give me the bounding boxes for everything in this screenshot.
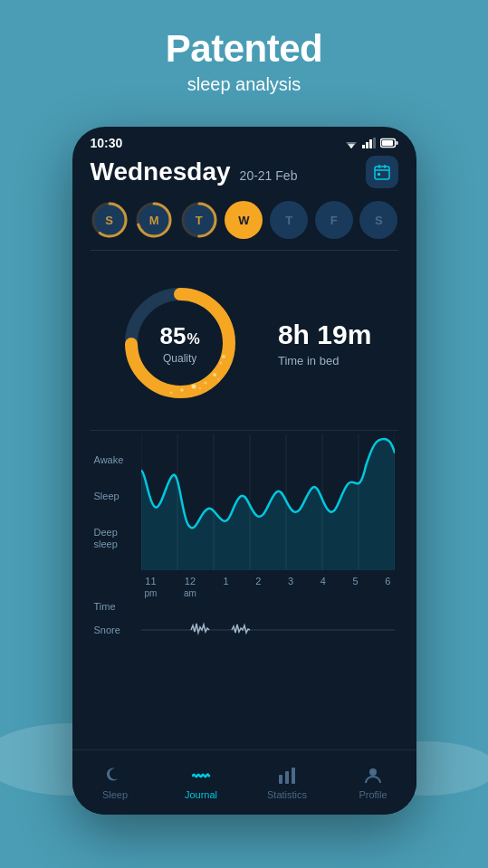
wifi-icon: [344, 138, 359, 148]
time-label-4: 4: [321, 576, 326, 599]
date-range: 20-21 Feb: [240, 168, 298, 183]
snore-wave-svg: [141, 621, 395, 639]
nav-label-journal: Journal: [185, 789, 217, 800]
nav-label-statistics: Statistics: [267, 789, 307, 800]
app-title: Patented: [0, 27, 488, 71]
bar-chart-icon: [277, 766, 297, 786]
time-label-5: 5: [353, 576, 359, 599]
time-label-11pm: 11pm: [145, 576, 158, 599]
svg-rect-47: [292, 768, 295, 784]
wave-icon: [191, 766, 211, 786]
day-circle-5[interactable]: F: [315, 201, 353, 239]
svg-rect-6: [373, 138, 376, 148]
chart-area: [141, 434, 395, 570]
week-days: S M T W: [91, 201, 398, 251]
time-label-1: 1: [224, 576, 229, 599]
day-circle-6[interactable]: S: [359, 201, 397, 239]
time-axis: 11pm 12am 1 2 3 4 5 6: [94, 576, 395, 599]
nav-item-sleep[interactable]: Sleep: [72, 766, 158, 800]
donut-center: 85 % Quality: [160, 322, 200, 365]
snore-label: Snore: [94, 625, 141, 635]
day-circle-4[interactable]: T: [270, 201, 308, 239]
day-circle-2[interactable]: T: [180, 201, 218, 239]
nav-item-statistics[interactable]: Statistics: [244, 766, 330, 800]
svg-rect-9: [382, 140, 393, 146]
time-label-3: 3: [288, 576, 293, 599]
day-circle-3[interactable]: W: [225, 201, 263, 239]
time-labels-row: 11pm 12am 1 2 3 4 5 6: [141, 576, 395, 599]
svg-rect-10: [375, 167, 389, 179]
time-in-bed: 8h 19m Time in bed: [278, 320, 371, 367]
time-row: Time: [94, 601, 395, 612]
day-info: Wednesday 20-21 Feb: [91, 157, 298, 186]
calendar-icon: [374, 164, 390, 180]
svg-marker-2: [349, 146, 353, 148]
time-row-label: Time: [94, 601, 141, 612]
person-icon: [363, 766, 383, 786]
status-icons: [344, 138, 398, 148]
time-label-6: 6: [385, 576, 390, 599]
svg-rect-5: [369, 139, 372, 148]
status-bar: 10:30: [72, 127, 416, 156]
snore-row: Snore: [94, 615, 395, 644]
sleep-chart-svg: [141, 434, 395, 570]
svg-point-48: [369, 768, 377, 776]
divider-1: [91, 430, 398, 431]
svg-rect-4: [366, 142, 368, 148]
sleep-quality-donut: 85 % Quality: [117, 280, 244, 406]
nav-label-profile: Profile: [359, 789, 387, 800]
day-name: Wednesday: [91, 157, 231, 186]
nav-item-profile[interactable]: Profile: [330, 766, 416, 800]
svg-rect-14: [378, 173, 380, 176]
y-labels: Awake Sleep Deepsleep: [94, 434, 141, 570]
svg-rect-8: [396, 141, 397, 145]
svg-rect-3: [362, 145, 365, 148]
time-label: Time in bed: [278, 354, 371, 367]
main-content: Wednesday 20-21 Feb: [72, 156, 416, 644]
bottom-nav: Sleep Journal Statistics Profile: [72, 749, 416, 815]
phone-frame: 10:30: [72, 127, 416, 815]
day-circle-1[interactable]: M: [135, 201, 173, 239]
y-label-awake: Awake: [94, 454, 141, 466]
calendar-button[interactable]: [366, 156, 398, 188]
sleep-chart: Awake Sleep Deepsleep: [91, 434, 398, 644]
svg-rect-45: [279, 775, 282, 784]
battery-icon: [380, 138, 398, 148]
nav-label-sleep: Sleep: [102, 789, 128, 800]
quality-percent: 85: [160, 322, 187, 350]
svg-rect-46: [285, 771, 289, 784]
day-header: Wednesday 20-21 Feb: [91, 156, 398, 188]
signal-icon: [362, 138, 377, 148]
chart-wrapper: Awake Sleep Deepsleep: [94, 434, 395, 570]
status-time: 10:30: [91, 136, 123, 150]
moon-icon: [105, 766, 125, 786]
sleep-quality-section: 85 % Quality 8h 19m Time in bed: [91, 265, 398, 421]
app-subtitle: sleep analysis: [0, 74, 488, 95]
quality-label: Quality: [160, 352, 200, 365]
time-label-2: 2: [255, 576, 261, 599]
quality-percent-suffix: %: [187, 331, 199, 348]
time-value: 8h 19m: [278, 320, 371, 350]
y-label-deep: Deepsleep: [94, 527, 141, 550]
nav-item-journal[interactable]: Journal: [158, 766, 244, 800]
day-circle-0[interactable]: S: [91, 201, 129, 239]
time-label-12am: 12am: [184, 576, 196, 599]
y-label-sleep: Sleep: [94, 491, 141, 502]
